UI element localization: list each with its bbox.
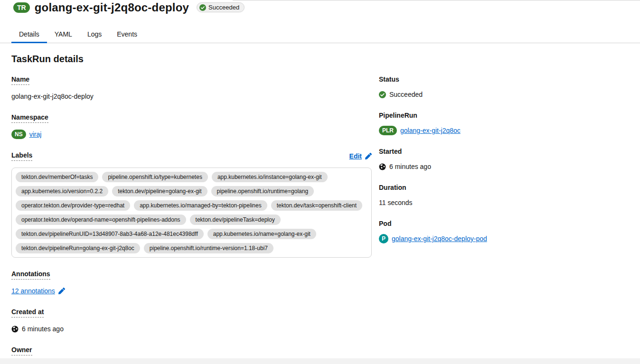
- started-value: 6 minutes ago: [389, 162, 431, 171]
- field-namespace: Namespace NS viraj: [11, 113, 372, 139]
- details-grid: Name golang-ex-git-j2q8oc-deploy Namespa…: [11, 75, 629, 364]
- started-label: Started: [379, 148, 629, 155]
- label-chip: tekton.dev/pipelineRunUID=13d48907-8ab3-…: [16, 229, 204, 239]
- created-at-label: Created at: [11, 308, 44, 317]
- label-chip: app.kubernetes.io/version=0.2.2: [16, 186, 108, 196]
- section-title: TaskRun details: [11, 54, 629, 65]
- details-right-column: Status Succeeded PipelineRun PLR golang-…: [379, 75, 629, 364]
- tab-events[interactable]: Events: [109, 26, 145, 43]
- label-chip: pipeline.openshift.io/type=kubernetes: [102, 172, 207, 182]
- owner-label: Owner: [11, 346, 32, 355]
- label-chip: app.kubernetes.io/managed-by=tekton-pipe…: [134, 200, 267, 211]
- duration-label: Duration: [379, 184, 629, 191]
- label-chip: tekton.dev/task=openshift-client: [271, 200, 362, 211]
- name-label: Name: [11, 75, 29, 85]
- label-chip: app.kubernetes.io/instance=golang-ex-git: [212, 172, 328, 182]
- label-chip: pipeline.openshift.io/runtime=golang: [211, 186, 314, 196]
- details-section: TaskRun details Name golang-ex-git-j2q8o…: [0, 43, 640, 364]
- namespace-link[interactable]: viraj: [29, 130, 42, 139]
- pod-resource-badge: P: [379, 234, 388, 243]
- namespace-label: Namespace: [11, 113, 48, 123]
- field-started: Started 6 minutes ago: [379, 148, 629, 171]
- taskrun-resource-badge: TR: [13, 2, 30, 13]
- pod-label: Pod: [379, 220, 629, 227]
- name-value: golang-ex-git-j2q8oc-deploy: [11, 92, 372, 101]
- pencil-icon[interactable]: [365, 153, 372, 159]
- globe-icon: [11, 326, 19, 333]
- label-chip: tekton.dev/pipeline=golang-ex-git: [112, 186, 207, 196]
- tab-bar: Details YAML Logs Events: [0, 26, 640, 43]
- edit-labels-button[interactable]: Edit: [349, 152, 362, 160]
- field-name: Name golang-ex-git-j2q8oc-deploy: [11, 75, 372, 101]
- success-check-icon: [379, 91, 386, 98]
- status-badge: Succeeded: [197, 2, 245, 12]
- tab-logs[interactable]: Logs: [80, 26, 109, 43]
- pipelinerun-link[interactable]: golang-ex-git-j2q8oc: [400, 126, 461, 135]
- field-created-at: Created at 6 minutes ago: [11, 308, 372, 334]
- masthead-edge-line: [233, 0, 640, 0]
- details-left-column: Name golang-ex-git-j2q8oc-deploy Namespa…: [11, 75, 372, 364]
- label-chip: pipeline.openshift.io/runtime-version=1.…: [144, 243, 273, 253]
- globe-icon: [379, 163, 386, 170]
- status-label: Status: [379, 75, 629, 83]
- field-labels: Labels Edit tekton.dev/memberOf=taskspip…: [11, 151, 372, 258]
- field-pod: Pod P golang-ex-git-j2q8oc-deploy-pod: [379, 220, 629, 243]
- page-background-strip: [0, 358, 640, 364]
- annotations-link[interactable]: 12 annotations: [11, 286, 55, 296]
- tab-details[interactable]: Details: [11, 26, 47, 43]
- label-chip: app.kubernetes.io/name=golang-ex-git: [207, 229, 316, 239]
- created-at-value: 6 minutes ago: [22, 324, 64, 334]
- label-chip: operator.tekton.dev/operand-name=openshi…: [16, 215, 186, 225]
- label-chip: tekton.dev/pipelineTask=deploy: [190, 215, 281, 225]
- page-title: golang-ex-git-j2q8oc-deploy: [35, 1, 189, 14]
- labels-label: Labels: [11, 151, 32, 161]
- page-header: TR golang-ex-git-j2q8oc-deploy Succeeded: [0, 0, 640, 14]
- pod-link[interactable]: golang-ex-git-j2q8oc-deploy-pod: [392, 234, 487, 243]
- field-pipelinerun: PipelineRun PLR golang-ex-git-j2q8oc: [379, 112, 629, 135]
- annotations-label: Annotations: [11, 270, 50, 280]
- pipelinerun-resource-badge: PLR: [379, 126, 397, 135]
- field-status: Status Succeeded: [379, 75, 629, 99]
- status-value: Succeeded: [389, 90, 423, 99]
- duration-value: 11 seconds: [379, 198, 629, 207]
- labels-group: tekton.dev/memberOf=taskspipeline.opensh…: [11, 168, 372, 258]
- label-chip: operator.tekton.dev/provider-type=redhat: [16, 200, 130, 211]
- field-duration: Duration 11 seconds: [379, 184, 629, 207]
- label-chip: tekton.dev/pipelineRun=golang-ex-git-j2q…: [16, 243, 140, 253]
- status-badge-label: Succeeded: [208, 4, 239, 11]
- success-check-icon: [199, 4, 206, 11]
- pencil-icon[interactable]: [58, 288, 65, 294]
- tab-yaml[interactable]: YAML: [47, 26, 80, 43]
- namespace-resource-badge: NS: [11, 130, 26, 139]
- pipelinerun-label: PipelineRun: [379, 112, 629, 119]
- label-chip: tekton.dev/memberOf=tasks: [16, 172, 98, 182]
- field-annotations: Annotations 12 annotations: [11, 270, 372, 296]
